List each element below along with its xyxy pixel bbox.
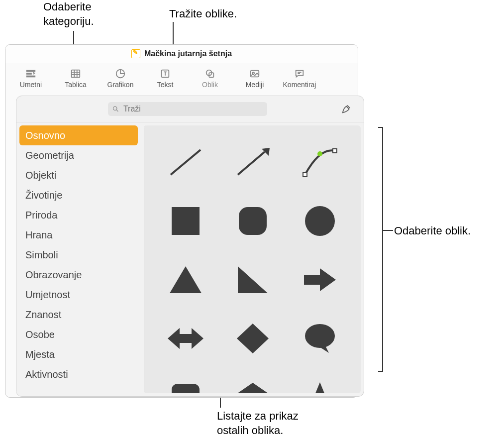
- callout-shape-line: [383, 230, 393, 231]
- sidebar-item-label: Znanost: [25, 309, 61, 321]
- callout-category-text: Odaberite kategoriju.: [43, 0, 94, 28]
- svg-line-12: [238, 152, 265, 175]
- svg-point-16: [317, 151, 322, 156]
- sidebar-item-label: Aktivnosti: [25, 369, 68, 380]
- svg-rect-17: [172, 207, 200, 235]
- svg-line-11: [171, 150, 201, 175]
- svg-rect-3: [72, 70, 80, 78]
- callout-shape-text: Odaberite oblik.: [394, 224, 471, 238]
- shape-right-triangle[interactable]: [223, 255, 282, 305]
- pen-tool-button[interactable]: [337, 102, 357, 116]
- sidebar-item-label: Umjetnost: [25, 289, 70, 301]
- shape-popover: Osnovno Geometrija Objekti Životinje Pri…: [16, 96, 364, 397]
- shape-square[interactable]: [156, 196, 214, 246]
- popover-header: [16, 96, 364, 122]
- sidebar-item-priroda[interactable]: Priroda: [16, 205, 141, 225]
- sidebar-item-label: Hrana: [25, 229, 52, 241]
- document-icon: [131, 49, 140, 58]
- shapes-panel[interactable]: [144, 125, 361, 393]
- toolbar-item-insert[interactable]: Umetni: [8, 66, 53, 93]
- shape-callout-box[interactable]: [156, 372, 214, 393]
- titlebar: Mačkina jutarnja šetnja: [5, 45, 358, 63]
- shape-diamond[interactable]: [223, 314, 282, 363]
- shape-arrow-line[interactable]: [223, 137, 282, 187]
- svg-marker-29: [237, 383, 269, 393]
- category-sidebar[interactable]: Osnovno Geometrija Objekti Životinje Pri…: [16, 122, 141, 396]
- shape-pentagon[interactable]: [223, 372, 282, 393]
- shape-icon: [203, 68, 217, 80]
- sidebar-item-label: Geometrija: [25, 150, 74, 161]
- toolbar-item-chart[interactable]: Grafikon: [98, 66, 143, 93]
- sidebar-item-label: Simboli: [25, 249, 58, 261]
- insert-icon: [24, 68, 38, 80]
- callout-search-text: Tražite oblike.: [169, 7, 237, 21]
- pen-icon: [341, 104, 352, 114]
- sidebar-item-mjesta[interactable]: Mjesta: [16, 344, 141, 364]
- sidebar-item-osnovno[interactable]: Osnovno: [19, 125, 138, 145]
- svg-marker-23: [168, 328, 203, 349]
- svg-marker-20: [170, 266, 202, 293]
- shape-rounded-square[interactable]: [223, 196, 282, 246]
- bracket-shapes: [378, 127, 383, 372]
- toolbar-item-label: Komentiraj: [283, 81, 316, 89]
- toolbar-item-label: Tablica: [65, 81, 87, 89]
- shape-circle[interactable]: [291, 196, 349, 246]
- svg-marker-24: [237, 324, 269, 353]
- comment-icon: [293, 68, 306, 80]
- sidebar-item-label: Mjesta: [25, 349, 55, 360]
- sidebar-item-znanost[interactable]: Znanost: [16, 305, 141, 325]
- toolbar-item-media[interactable]: Mediji: [232, 66, 277, 93]
- sidebar-item-label: Objekti: [25, 170, 56, 181]
- search-icon: [112, 105, 119, 113]
- toolbar-item-label: Mediji: [246, 81, 264, 89]
- text-icon: [158, 68, 172, 80]
- svg-rect-14: [303, 173, 307, 177]
- search-input[interactable]: [122, 104, 263, 114]
- svg-rect-0: [27, 71, 35, 72]
- sidebar-item-hrana[interactable]: Hrana: [16, 225, 141, 245]
- sidebar-item-geometrija[interactable]: Geometrija: [16, 145, 141, 165]
- svg-rect-2: [27, 76, 35, 77]
- svg-marker-30: [303, 382, 336, 393]
- svg-rect-1: [27, 73, 31, 74]
- toolbar-item-label: Umetni: [20, 81, 42, 89]
- sidebar-item-label: Osnovno: [25, 130, 65, 141]
- shape-line[interactable]: [156, 137, 214, 187]
- toolbar-item-shape[interactable]: Oblik: [188, 66, 232, 93]
- svg-marker-22: [304, 268, 336, 291]
- shape-triangle[interactable]: [156, 255, 214, 305]
- toolbar-item-table[interactable]: Tablica: [53, 66, 98, 93]
- toolbar-item-comment[interactable]: Komentiraj: [277, 66, 322, 93]
- sidebar-item-label: Obrazovanje: [25, 269, 82, 281]
- shape-curve[interactable]: [291, 137, 349, 187]
- svg-point-25: [305, 324, 335, 348]
- svg-point-19: [305, 206, 335, 236]
- svg-rect-18: [239, 207, 267, 235]
- sidebar-item-label: Priroda: [25, 210, 57, 221]
- toolbar-item-label: Tekst: [157, 81, 174, 89]
- sidebar-item-label: Osobe: [25, 329, 55, 340]
- toolbar-item-label: Grafikon: [107, 81, 134, 89]
- svg-rect-27: [172, 384, 200, 393]
- sidebar-item-osobe[interactable]: Osobe: [16, 325, 141, 344]
- toolbar-item-text[interactable]: Tekst: [143, 66, 188, 93]
- sidebar-item-umjetnost[interactable]: Umjetnost: [16, 285, 141, 305]
- shape-star[interactable]: [291, 372, 349, 393]
- toolbar: Umetni Tablica Grafikon Tekst Oblik: [5, 63, 358, 93]
- svg-rect-15: [333, 149, 337, 153]
- toolbar-item-label: Oblik: [202, 81, 218, 89]
- table-icon: [69, 68, 83, 80]
- sidebar-item-objekti[interactable]: Objekti: [16, 165, 141, 185]
- shape-arrow-right[interactable]: [291, 255, 349, 305]
- sidebar-item-simboli[interactable]: Simboli: [16, 245, 141, 265]
- chart-icon: [113, 68, 127, 80]
- sidebar-item-obrazovanje[interactable]: Obrazovanje: [16, 265, 141, 285]
- svg-point-10: [113, 107, 116, 110]
- media-icon: [248, 68, 262, 80]
- shape-arrow-both[interactable]: [156, 314, 214, 363]
- sidebar-item-zivotinje[interactable]: Životinje: [16, 185, 141, 205]
- search-field[interactable]: [108, 102, 267, 116]
- sidebar-item-aktivnosti[interactable]: Aktivnosti: [16, 364, 141, 384]
- callout-scroll-text: Listajte za prikaz ostalih oblika.: [217, 409, 299, 438]
- shape-speech-bubble[interactable]: [291, 314, 349, 363]
